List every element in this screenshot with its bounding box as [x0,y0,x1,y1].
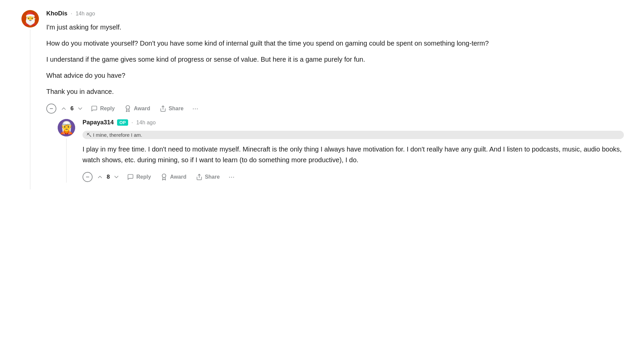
reply-timestamp-sep: · [131,120,133,126]
reply-collapse-icon: − [86,174,90,181]
award-label: Award [134,106,150,112]
op-badge: OP [117,119,128,126]
page: 🎅 KhoDis · 14h ago I'm just asking for m… [0,0,644,362]
comment-body: I'm just asking for myself. How do you m… [46,22,624,97]
vote-count: 6 [70,105,73,112]
comment-header: KhoDis · 14h ago [46,10,624,17]
reply-upvote-icon [97,174,103,180]
upvote-icon [60,105,67,112]
more-options-icon: ··· [192,104,198,113]
reply-button[interactable]: Reply [88,103,118,114]
downvote-icon [77,105,84,112]
reply-action-bar: − 8 [83,171,624,183]
comment-content: KhoDis · 14h ago I'm just asking for mys… [40,10,624,189]
reply-more-options-icon: ··· [228,173,234,181]
body-p2: How do you motivate yourself? Don't you … [46,38,624,49]
reply-vote-count: 8 [107,174,110,180]
vote-section: 6 [59,104,85,113]
collapse-icon: − [50,105,53,112]
collapse-button[interactable]: − [46,104,56,114]
award-icon [124,105,131,112]
reply-downvote-icon [113,174,120,180]
thread-line [30,29,31,189]
more-options-button[interactable]: ··· [190,103,201,114]
reply-icon [91,105,98,112]
reply-left-rail: 🧝 [56,119,76,183]
reply-avatar: 🧝 [58,119,75,136]
award-button[interactable]: Award [121,103,154,114]
share-icon [160,105,166,112]
comment-time: 14h ago [75,11,95,17]
reply-thread-line [66,138,67,183]
reply-collapse-button[interactable]: − [83,172,93,182]
share-label: Share [169,106,183,112]
user-flair: ⛏ I mine, therefore I am. [83,131,624,139]
comment-left-rail: 🎅 [20,10,40,189]
comment-action-bar: − 6 [46,103,624,114]
body-p4: What advice do you have? [46,70,624,81]
body-p5: Thank you in advance. [46,86,624,97]
reply-vote-section: 8 [95,172,121,182]
reply-container: 🧝 Papaya314 OP · 14h ago ⛏ I mine, there [56,114,624,183]
reply-downvote-button[interactable] [112,172,121,182]
comment-item: 🎅 KhoDis · 14h ago I'm just asking for m… [20,10,624,189]
reply-header: Papaya314 OP · 14h ago [83,119,624,126]
reply-award-label: Award [170,174,186,180]
comment-timestamp: · [71,11,72,17]
reply-share-button[interactable]: Share [193,172,223,182]
upvote-button[interactable] [59,104,68,113]
comment-username: KhoDis [46,10,67,17]
avatar: 🎅 [21,10,39,27]
reply-username: Papaya314 [83,119,114,126]
reply-upvote-button[interactable] [95,172,105,182]
body-p1: I'm just asking for myself. [46,22,624,33]
reply-reply-label: Reply [136,174,151,180]
reply-time: 14h ago [136,120,156,126]
reply-body-p1: I play in my free time. I don't need to … [83,144,624,165]
share-button[interactable]: Share [156,103,187,114]
reply-share-label: Share [205,174,220,180]
reply-label: Reply [100,106,115,112]
reply-share-icon [196,174,203,180]
reply-reply-icon [127,174,134,180]
comment-thread: 🎅 KhoDis · 14h ago I'm just asking for m… [20,10,624,189]
downvote-button[interactable] [75,104,85,113]
reply-content: Papaya314 OP · 14h ago ⛏ I mine, therefo… [76,119,624,183]
reply-award-button[interactable]: Award [157,171,190,183]
reply-reply-button[interactable]: Reply [124,172,154,182]
reply-body: I play in my free time. I don't need to … [83,144,624,165]
reply-award-icon [160,173,168,181]
reply-more-options-button[interactable]: ··· [226,171,237,183]
body-p3: I understand if the game gives some kind… [46,54,624,65]
